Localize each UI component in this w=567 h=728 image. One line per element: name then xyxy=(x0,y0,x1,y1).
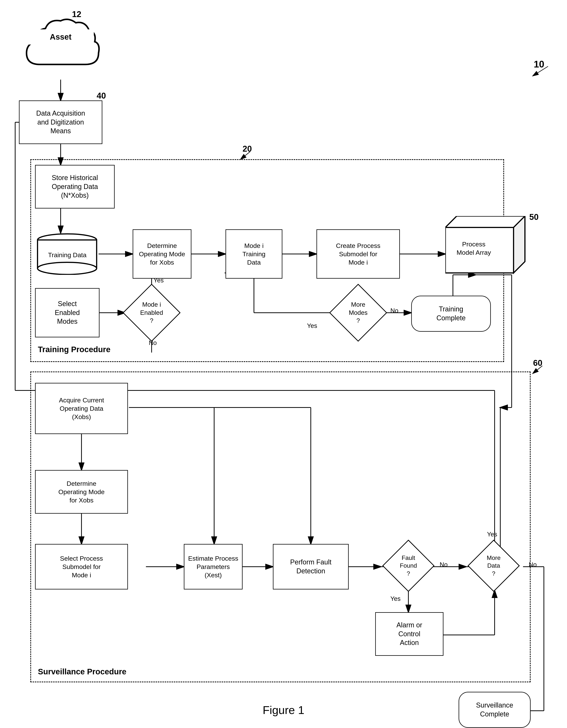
det-op-mode-surv-box: Determine Operating Mode for Xobs xyxy=(35,470,128,514)
store-historical-box: Store Historical Operating Data (N*Xobs) xyxy=(35,165,115,208)
mode-i-enabled-diamond: Mode i Enabled ? xyxy=(121,282,182,343)
svg-line-51 xyxy=(533,366,542,373)
select-enabled-box: Select Enabled Modes xyxy=(35,288,99,337)
process-model-array-label: Process Model Array xyxy=(445,227,502,269)
figure-caption: Figure 1 xyxy=(263,704,304,717)
ref10-arrow xyxy=(529,64,552,80)
surveillance-complete-box: Surveillance Complete xyxy=(459,692,531,728)
mode-i-training-box: Mode i Training Data xyxy=(226,229,282,279)
svg-marker-59 xyxy=(330,284,387,341)
select-process-sub-box: Select Process Submodel for Mode i xyxy=(35,544,128,589)
more-modes-no-label: No xyxy=(390,307,398,314)
estimate-process-box: Estimate Process Parameters (Xest) xyxy=(184,544,243,589)
fault-found-diamond: Fault Found ? xyxy=(381,538,436,593)
training-complete-box: Training Complete xyxy=(411,296,491,332)
svg-marker-61 xyxy=(468,540,519,591)
asset-label: Asset xyxy=(27,29,94,45)
perform-fault-box: Perform Fault Detection xyxy=(273,544,349,589)
det-op-mode-training-box: Determine Operating Mode for Xobs xyxy=(133,229,191,279)
more-data-yes-label: Yes xyxy=(487,531,497,538)
fault-yes-label: Yes xyxy=(390,595,401,602)
mode-i-no-label: No xyxy=(149,339,157,346)
svg-marker-56 xyxy=(445,216,525,227)
surveillance-procedure-label: Surveillance Procedure xyxy=(38,667,126,676)
ref-40: 40 xyxy=(97,91,106,100)
ref60-arrow xyxy=(531,364,546,375)
data-acquisition-box: Data Acquisition and Digitization Means xyxy=(19,100,102,144)
acquire-current-box: Acquire Current Operating Data (Xobs) xyxy=(35,383,128,434)
training-procedure-label: Training Procedure xyxy=(38,345,110,354)
more-modes-diamond: More Modes ? xyxy=(328,282,388,343)
ref-50: 50 xyxy=(529,212,539,222)
alarm-control-box: Alarm or Control Action xyxy=(375,612,443,656)
more-data-diamond: More Data ? xyxy=(466,538,521,593)
create-submodel-box: Create Process Submodel for Mode i xyxy=(316,229,400,279)
svg-line-50 xyxy=(241,152,250,159)
svg-line-49 xyxy=(533,66,548,76)
mode-i-yes-label: Yes xyxy=(153,277,164,284)
asset-cloud xyxy=(19,15,102,76)
diagram: 12 40 10 20 50 60 Asset Data Acquisition… xyxy=(0,0,567,728)
training-data-label: Training Data xyxy=(36,243,99,267)
svg-marker-60 xyxy=(383,540,434,591)
svg-marker-58 xyxy=(123,284,180,341)
more-modes-yes-label: Yes xyxy=(307,322,317,329)
more-data-no-label: No xyxy=(529,561,537,568)
fault-no-label: No xyxy=(440,561,448,568)
